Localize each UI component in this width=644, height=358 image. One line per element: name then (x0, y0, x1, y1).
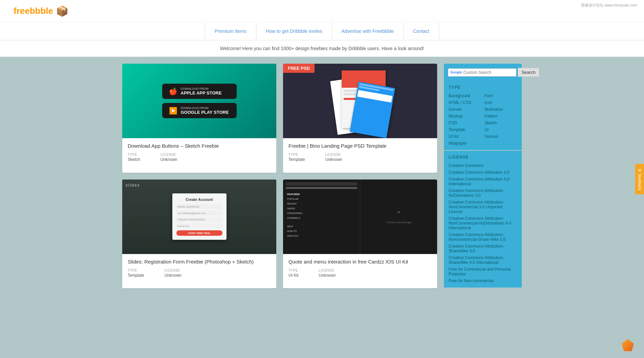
card-4-body: Quote and menu interaction in free Cardz… (283, 254, 437, 282)
nav-item-contact[interactable]: Contact (404, 22, 439, 40)
phone-status-bar (286, 182, 357, 186)
card-1-title: Download App Buttons – Sketch Freebie (128, 143, 271, 149)
search-box: Google Search (444, 64, 522, 81)
nav-item-advertise[interactable]: Advertise with Freebbble (332, 22, 404, 40)
card-3-license: LICENSE Unknown (165, 269, 181, 278)
type-links: Background Font HTML / CSS Icon Iconset … (449, 93, 517, 146)
license-free-noncommercial[interactable]: Free for Non-commercial (449, 278, 517, 283)
sidebar-type-section: TYPE Background Font HTML / CSS Icon Ico… (444, 81, 522, 150)
menu-sign-out: SIGN OUT (286, 234, 357, 238)
type-template[interactable]: Template (449, 127, 481, 132)
type-font[interactable]: Font (485, 93, 517, 99)
type-psd[interactable]: PSD (449, 120, 481, 126)
type-pattern[interactable]: Pattern (485, 113, 517, 119)
card-1-meta: TYPE Sketch LICENSE Unknown (128, 153, 271, 162)
nav-item-invites[interactable]: How to get Dribbble invites (256, 22, 332, 40)
card-2-meta: TYPE Template LICENSE Unknown (288, 153, 432, 162)
card-1-license: LICENSE Unknown (160, 153, 177, 162)
form-email-label: EMAIL ADDRESS (176, 204, 222, 209)
card-image-1: 🍎 DOWNLOAD FROM APPLE APP STORE ▶️ DOWNL… (122, 64, 276, 138)
card-4-title: Quote and menu interaction in free Cardz… (288, 259, 432, 265)
apple-store-btn: 🍎 DOWNLOAD FROM APPLE APP STORE (162, 84, 237, 99)
form-pass-label: CREATE PASSWORD (176, 217, 222, 222)
menu-popular: POPULAR (286, 197, 357, 201)
main-nav: Premium Items How to get Dribbble invite… (0, 22, 644, 40)
feedback-icon: ✉ (637, 168, 642, 172)
logo-icon: 📦 (56, 5, 68, 17)
google-play-icon: ▶️ (169, 107, 177, 115)
google-label: Google (450, 70, 462, 74)
form-submit-btn: START FREE TRIAL (176, 230, 222, 236)
phone-menu-panel: FEATURED POPULAR RECENT SAVED CATEGORIES… (283, 180, 360, 254)
feedback-tab[interactable]: ✉ feedback (635, 164, 644, 194)
logo-text: freebbble (14, 6, 53, 16)
menu-categories: CATEGORIES (286, 211, 357, 215)
logo[interactable]: freebbble 📦 (14, 5, 68, 17)
search-button[interactable]: Search (518, 68, 539, 77)
main-content: 🍎 DOWNLOAD FROM APPLE APP STORE ▶️ DOWNL… (109, 57, 535, 295)
card-4-meta: TYPE UI Kit LICENSE Unknown (288, 269, 432, 278)
menu-channels: CHANNELS (286, 216, 357, 220)
license-free-commercial[interactable]: Free for Commercial and Personal Purpose… (449, 267, 517, 277)
license-cc-sa-40[interactable]: Creative Commons Attribution-ShareAlike … (449, 255, 517, 265)
license-links: Creative Commons Creative Commons Attrib… (449, 163, 517, 283)
license-cc-nc-sa-30[interactable]: Creative Commons Attribution-Noncommerci… (449, 232, 517, 242)
sidebar-license-section: LICENSE Creative Commons Creative Common… (444, 151, 522, 288)
type-iconset[interactable]: Iconset (449, 107, 481, 112)
type-html-css[interactable]: HTML / CSS (449, 100, 481, 105)
type-various[interactable]: Various (485, 134, 517, 139)
license-cc-nc-30[interactable]: Creative Commons Attribution-NonCommerci… (449, 199, 517, 214)
menu-how-to: HOW TO (286, 229, 357, 233)
card-download-app-buttons[interactable]: 🍎 DOWNLOAD FROM APPLE APP STORE ▶️ DOWNL… (122, 64, 276, 173)
card-1-type: TYPE Sketch (128, 153, 140, 162)
card-4-type: TYPE UI Kit (288, 269, 298, 278)
license-cc-noderivatives[interactable]: Creative Commons Attribution-NoDerivativ… (449, 188, 517, 198)
cards-grid: 🍎 DOWNLOAD FROM APPLE APP STORE ▶️ DOWNL… (122, 64, 437, 288)
site-label: 思缘设计论坛 www.missyuan.com (581, 3, 637, 8)
type-illustration[interactable]: Illustration (485, 107, 517, 112)
nav-item-premium[interactable]: Premium Items (205, 22, 256, 40)
form-pass-dots: ● ● ● ● ● (176, 224, 222, 228)
license-cc-nc-nd-40[interactable]: Creative Commons Attribution-NonCommerci… (449, 216, 517, 231)
apple-icon: 🍎 (169, 87, 177, 96)
type-icon[interactable]: Icon (485, 100, 517, 105)
type-wallpaper[interactable]: Wallpaper (449, 141, 481, 146)
menu-help: HELP (286, 225, 357, 228)
search-input-wrap[interactable]: Google (448, 68, 516, 77)
type-ui[interactable]: UI (485, 127, 517, 132)
menu-featured: FEATURED (286, 192, 357, 196)
card-3-type: TYPE Template (128, 269, 144, 278)
type-background[interactable]: Background (449, 93, 481, 99)
apple-btn-line1: DOWNLOAD FROM (181, 87, 222, 90)
mockup-stack (299, 71, 422, 131)
type-sketch[interactable]: Sketch (485, 120, 517, 126)
type-section-title: TYPE (449, 85, 517, 90)
form-email-value: mr.mathieu@gmail.com (176, 211, 222, 215)
google-play-btn: ▶️ DOWNLOAD FROM GOOGLE PLAY STORE (162, 103, 237, 118)
quote-text: It tra aro tha and app (386, 221, 411, 224)
card-3-meta: TYPE Template LICENSE Unknown (128, 269, 271, 278)
phone-menu: FEATURED POPULAR RECENT SAVED CATEGORIES… (286, 191, 357, 239)
license-cc[interactable]: Creative Commons (449, 163, 517, 168)
card-image-4: FEATURED POPULAR RECENT SAVED CATEGORIES… (283, 180, 437, 254)
quote-panel: "It tra aro tha and app (360, 180, 437, 254)
card-3-title: Slides: Registration Form Freebie (Photo… (128, 259, 271, 265)
license-cc-sa-30[interactable]: Creative Commons Attribution-ShareAlike … (449, 244, 517, 254)
license-cc-30[interactable]: Creative Commons Attribution 3.0 (449, 170, 517, 175)
card-bino-landing[interactable]: FREE PSD (283, 64, 437, 173)
card-cardzz[interactable]: FEATURED POPULAR RECENT SAVED CATEGORIES… (283, 180, 437, 289)
slides-tag: slides (126, 183, 140, 188)
type-mockup[interactable]: Mockup (449, 113, 481, 119)
google-btn-line1: DOWNLOAD FROM (181, 106, 229, 110)
sidebar: Google Search TYPE Background Font HTML … (444, 64, 522, 288)
type-ui-kit[interactable]: UI Kit (449, 134, 481, 139)
search-input[interactable] (463, 70, 514, 75)
card-slides-form[interactable]: slides Create Account EMAIL ADDRESS mr.m… (122, 180, 276, 289)
card-2-title: Freebie | Bino Landing Page PSD Template (288, 143, 432, 149)
menu-recent: RECENT (286, 202, 357, 206)
license-cc-40[interactable]: Creative Commons Attribution 4.0 Interna… (449, 176, 517, 187)
card-2-body: Freebie | Bino Landing Page PSD Template… (283, 138, 437, 167)
welcome-bar: Welcome! Here you can find 1000+ design … (0, 40, 644, 57)
feedback-label: feedback (637, 174, 642, 190)
card-2-license: LICENSE Unknown (325, 153, 342, 162)
